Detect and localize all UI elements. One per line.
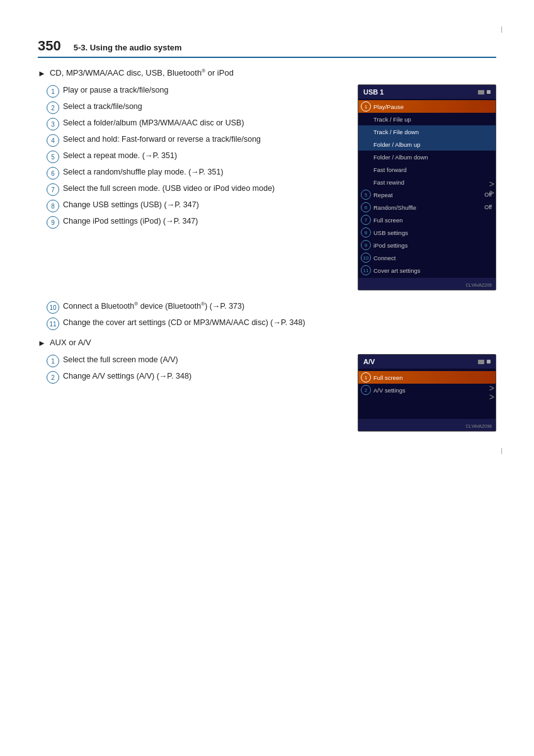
av-menu-item-fullscreen: 1 Full screen (358, 371, 496, 384)
usb-menu-item-trackdown: Track / File down (358, 125, 496, 138)
corner-mark-top: | (501, 25, 503, 33)
item-5: 5 Select a repeat mode. (→P. 351) (47, 150, 348, 163)
item-10-number: 10 (47, 301, 59, 314)
av-item-2-text: Change A/V settings (A/V) (→P. 348) (63, 370, 348, 382)
item-7-text: Select the full screen mode. (USB video … (63, 183, 348, 195)
usb-menu-item-connect: 10 Connect (358, 251, 496, 264)
section1-content: 1 Play or pause a track/file/song 2 Sele… (47, 84, 496, 290)
section2-content: 1 Select the full screen mode (A/V) 2 Ch… (47, 354, 496, 432)
av-screen-header: A/V (358, 355, 496, 369)
usb-random-label: Random/Shuffle (373, 204, 484, 211)
item-1-text: Play or pause a track/file/song (63, 84, 348, 96)
usb-random-value: Off (484, 204, 492, 210)
av-screen-footer: CLYAVAZ098 (358, 419, 496, 431)
av-code: CLYAVAZ098 (465, 424, 492, 428)
corner-mark-bottom: | (501, 447, 503, 454)
usb-title: USB 1 (363, 88, 383, 96)
usb-folderup-label: Folder / Album up (373, 141, 496, 148)
section1-title: CD, MP3/WMA/AAC disc, USB, Bluetooth® or… (50, 68, 234, 77)
section1-bullet: ► CD, MP3/WMA/AAC disc, USB, Bluetooth® … (38, 68, 496, 78)
usb-fastfwd-label: Fast forward (373, 166, 496, 173)
usb-menu-item-repeat: 5 Repeat Off (358, 188, 496, 201)
usb-menu-item-usbsettings: 8 USB settings (358, 226, 496, 239)
usb-screen-footer: CLYAVAZ209 (358, 278, 496, 290)
av-item-1-text: Select the full screen mode (A/V) (63, 354, 348, 366)
usb-item-num-7: 7 (361, 215, 371, 225)
item-7: 7 Select the full screen mode. (USB vide… (47, 183, 348, 196)
item-9-number: 9 (47, 216, 59, 229)
item-1-number: 1 (47, 85, 59, 98)
item-6-text: Select a random/shuffle play mode. (→P. … (63, 166, 348, 178)
av-item-1: 1 Select the full screen mode (A/V) (47, 354, 348, 367)
item-2-text: Select a track/file/song (63, 101, 348, 113)
usb-screen: USB 1 1 Play/Pause (358, 84, 496, 290)
lock-icon (487, 90, 491, 94)
usb-connect-label: Connect (373, 255, 496, 261)
usb-folderdown-label: Folder / Album down (373, 154, 496, 161)
usb-screenshot-area: USB 1 1 Play/Pause (358, 84, 496, 290)
item-4-text: Select and hold: Fast-forward or reverse… (63, 134, 348, 146)
usb-item-num-5: 5 (361, 190, 371, 200)
av-item-2-number: 2 (47, 371, 59, 384)
usb-icons (478, 90, 491, 94)
item-3-number: 3 (47, 118, 59, 130)
usb-trackup-label: Track / File up (373, 116, 496, 123)
usb-menu-item-fastfwd: Fast forward (358, 163, 496, 176)
usb-fastrwd-label: Fast rewind (373, 179, 496, 186)
usb-menu-item-random: 6 Random/Shuffle Off (358, 201, 496, 214)
item-10-text: Connect a Bluetooth® device (Bluetooth®)… (63, 301, 496, 312)
usb-fullscreen-label: Full screen (373, 217, 496, 224)
av-item-1-number: 1 (47, 355, 59, 367)
usb-repeat-label: Repeat (373, 192, 484, 198)
item-4-number: 4 (47, 134, 59, 147)
av-signal-icon (478, 360, 484, 364)
av-title: A/V (363, 358, 375, 365)
item-6-number: 6 (47, 167, 59, 180)
usb-menu-item-coverart: 11 Cover art settings (358, 264, 496, 277)
item-8: 8 Change USB settings (USB) (→P. 347) (47, 199, 348, 212)
page-container: | 350 5-3. Using the audio system ► CD, … (0, 0, 534, 479)
usb-menu-container: 1 Play/Pause Track / File up Track / Fil… (358, 99, 496, 278)
section2-title: AUX or A/V (50, 338, 91, 347)
item-11-number: 11 (47, 318, 59, 330)
standalone-items: 10 Connect a Bluetooth® device (Bluetoot… (47, 301, 496, 330)
page-number: 350 (38, 38, 61, 54)
usb-item-num-6: 6 (361, 202, 371, 212)
item-9-text: Change iPod settings (iPod) (→P. 347) (63, 215, 348, 227)
item-6: 6 Select a random/shuffle play mode. (→P… (47, 166, 348, 180)
av-icons (478, 360, 491, 364)
bullet-triangle-icon-2: ► (38, 338, 46, 348)
usb-menu-item-fullscreen: 7 Full screen (358, 214, 496, 226)
usb-item-num-1: 1 (361, 101, 371, 112)
usb-menu-item-folderup: Folder / Album up (358, 138, 496, 151)
usb-item-num-9: 9 (361, 240, 371, 250)
items-list-2: 1 Select the full screen mode (A/V) 2 Ch… (47, 354, 348, 387)
signal-icon (478, 90, 484, 94)
usb-menu-item-folderdown: Folder / Album down (358, 151, 496, 163)
item-3-text: Select a folder/album (MP3/WMA/AAC disc … (63, 117, 348, 129)
av-lock-icon (487, 360, 491, 364)
av-screenshot-area: A/V 1 Full screen 2 A/V se (358, 354, 496, 432)
usb-item-num-8: 8 (361, 227, 371, 238)
av-screen: A/V 1 Full screen 2 A/V se (358, 354, 496, 432)
usb-code: CLYAVAZ209 (465, 283, 492, 287)
usb-ipodsettings-label: iPod settings (373, 242, 496, 249)
item-1: 1 Play or pause a track/file/song (47, 84, 348, 98)
item-2: 2 Select a track/file/song (47, 101, 348, 114)
usb-trackdown-label: Track / File down (373, 129, 496, 135)
av-menu-item-settings: 2 A/V settings (358, 384, 496, 396)
item-7-number: 7 (47, 183, 59, 196)
av-item-2: 2 Change A/V settings (A/V) (→P. 348) (47, 370, 348, 384)
item-10: 10 Connect a Bluetooth® device (Bluetoot… (47, 301, 496, 314)
av-menu-container: 1 Full screen 2 A/V settings >> (358, 369, 496, 419)
item-8-text: Change USB settings (USB) (→P. 347) (63, 199, 348, 211)
items-list-1: 1 Play or pause a track/file/song 2 Sele… (47, 84, 348, 232)
av-fullscreen-label: Full screen (373, 374, 496, 381)
usb-menu-item-playpause: 1 Play/Pause (358, 100, 496, 113)
usb-menu-item-trackup: Track / File up (358, 113, 496, 125)
item-5-number: 5 (47, 151, 59, 163)
item-9: 9 Change iPod settings (iPod) (→P. 347) (47, 215, 348, 229)
usb-item-num-10: 10 (361, 253, 371, 263)
item-2-number: 2 (47, 101, 59, 114)
av-settings-label: A/V settings (373, 387, 496, 394)
